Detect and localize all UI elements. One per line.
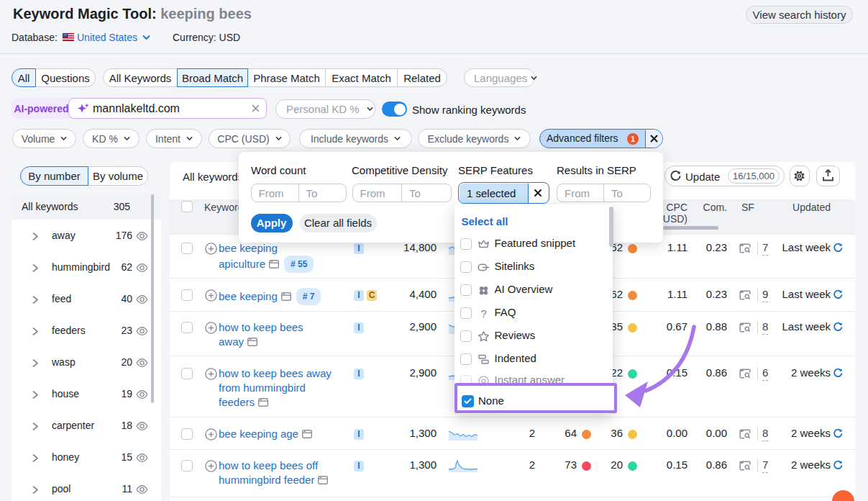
svg-text:?: ? xyxy=(480,307,487,320)
